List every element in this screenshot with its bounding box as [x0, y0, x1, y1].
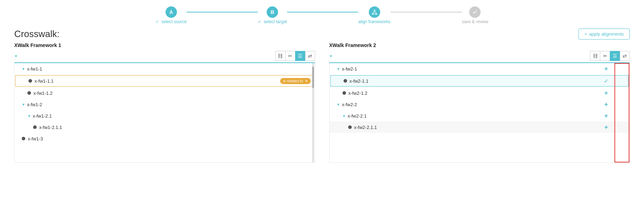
- fw2-swap-btn[interactable]: ⇄: [620, 51, 630, 61]
- apply-alignments-button[interactable]: + apply alignments: [578, 29, 630, 40]
- frameworks-row: XWalk Framework 1 ⛓ ✂ ☰ ⇄ x-fw1-1 x-fw1-…: [0, 42, 644, 163]
- fw2-2.1.1-dot: [348, 125, 352, 129]
- header-row: Crosswalk: + apply alignments: [0, 27, 644, 42]
- tree-item-fw1-1[interactable]: x-fw1-1: [15, 63, 315, 74]
- fw2-1-expand[interactable]: [337, 67, 340, 71]
- step-c-label: align frameworks: [358, 19, 391, 24]
- fw2-1.2-dot: [342, 91, 346, 95]
- tree-item-fw1-2.1[interactable]: x-fw1-2.1: [15, 110, 315, 121]
- fw1-2.1-expand[interactable]: [27, 114, 31, 118]
- fw2-2.1-add-btn[interactable]: +: [603, 112, 609, 120]
- fw2-2-label: x-fw2-2: [342, 102, 603, 107]
- step-a-circle: A: [166, 6, 177, 18]
- fw2-2.1-label: x-fw2-2.1: [347, 113, 603, 119]
- tree-item-fw1-2.1.1[interactable]: x-fw1-2.1.1: [15, 121, 315, 133]
- align-icon: [371, 9, 378, 15]
- fw2-2-add-btn[interactable]: +: [603, 101, 609, 108]
- fw2-2.1.1-add-btn[interactable]: +: [603, 124, 609, 131]
- fw1-1.1-relation-badge[interactable]: is related to ✕: [280, 78, 311, 84]
- wizard-step-d[interactable]: save & review: [462, 6, 488, 24]
- step-b-label: ✓ select target: [258, 19, 287, 24]
- framework2-title: XWalk Framework 2: [329, 42, 630, 48]
- fw2-1-label: x-fw2-1: [342, 66, 603, 72]
- page-title: Crosswalk:: [14, 29, 59, 40]
- fw1-text-btn[interactable]: ☰: [295, 51, 305, 61]
- fw1-1.1-dot: [28, 79, 32, 83]
- fw2-link-btn[interactable]: ⛓: [590, 51, 600, 61]
- step-a-check: ✓: [156, 19, 159, 24]
- framework2-tree: x-fw2-1 + x-fw2-1.1 ✓ x-fw2-1.2 + x-fw2-…: [329, 63, 630, 163]
- framework1-title: XWalk Framework 1: [14, 42, 315, 48]
- wizard-step-c[interactable]: align frameworks: [358, 6, 391, 24]
- wizard-step-a[interactable]: A ✓ select source: [156, 6, 187, 24]
- wizard-line-ab: [187, 12, 258, 12]
- tree-item-fw2-1[interactable]: x-fw2-1 +: [330, 63, 630, 74]
- step-b-circle: B: [267, 6, 278, 18]
- framework2-toolbar: ⛓ ✂ ☰ ⇄: [329, 51, 630, 63]
- framework1-tree: x-fw1-1 x-fw1-1.1 is related to ✕ x-fw1-…: [14, 63, 315, 163]
- framework2-panel: XWalk Framework 2 ⛓ ✂ ☰ ⇄ x-fw2-1 + x-fw…: [322, 42, 637, 163]
- fw1-2.1.1-dot: [33, 125, 37, 129]
- fw1-link-btn[interactable]: ⛓: [275, 51, 285, 61]
- fw1-expand-icon[interactable]: [14, 54, 18, 58]
- fw1-1-label: x-fw1-1: [27, 66, 312, 72]
- tree-item-fw1-1.1[interactable]: x-fw1-1.1 is related to ✕: [15, 75, 314, 87]
- fw2-1-add-btn[interactable]: +: [603, 65, 609, 73]
- tree-item-fw1-3[interactable]: x-fw1-3: [15, 133, 315, 144]
- fw1-swap-btn[interactable]: ⇄: [305, 51, 315, 61]
- tree-item-fw1-2[interactable]: x-fw1-2: [15, 99, 315, 110]
- relation-text: is related to: [283, 79, 303, 83]
- fw1-2-label: x-fw1-2: [27, 102, 312, 107]
- framework1-panel: XWalk Framework 1 ⛓ ✂ ☰ ⇄ x-fw1-1 x-fw1-…: [7, 42, 322, 163]
- svg-line-3: [372, 11, 374, 14]
- save-check-icon: [472, 9, 478, 15]
- fw2-scissors-btn[interactable]: ✂: [600, 51, 610, 61]
- fw1-1-expand[interactable]: [22, 67, 25, 71]
- plus-icon: +: [585, 31, 587, 37]
- fw2-2.1.1-label: x-fw2-2.1.1: [354, 125, 603, 130]
- wizard-step-b[interactable]: B ✓ select target: [258, 6, 287, 24]
- fw1-scissors-btn[interactable]: ✂: [285, 51, 295, 61]
- fw1-scroll-thumb: [312, 67, 314, 88]
- svg-point-0: [374, 10, 375, 11]
- fw1-3-dot: [22, 137, 25, 140]
- fw2-1.2-add-btn[interactable]: +: [603, 89, 609, 97]
- tree-item-fw2-2.1[interactable]: x-fw2-2.1 +: [330, 110, 630, 121]
- step-d-label: save & review: [462, 19, 488, 24]
- svg-line-4: [375, 11, 376, 14]
- fw2-2-expand[interactable]: [337, 103, 340, 107]
- wizard-line-bc: [287, 12, 358, 12]
- wizard-steps: A ✓ select source B ✓ select target alig…: [0, 0, 644, 27]
- fw2-1.1-check-btn[interactable]: ✓: [604, 78, 608, 84]
- fw1-2.1-label: x-fw1-2.1: [33, 113, 312, 119]
- step-c-circle: [369, 6, 380, 18]
- fw2-1.2-label: x-fw2-1.2: [349, 90, 603, 96]
- step-d-circle: [469, 6, 481, 18]
- step-a-label: ✓ select source: [156, 19, 187, 24]
- step-b-check: ✓: [258, 19, 261, 24]
- fw2-text-btn[interactable]: ☰: [610, 51, 620, 61]
- fw1-scrollbar[interactable]: [312, 63, 314, 162]
- wizard-line-cd: [391, 12, 462, 12]
- fw1-1.1-label: x-fw1-1.1: [35, 78, 280, 84]
- relation-close-btn[interactable]: ✕: [305, 79, 308, 83]
- fw2-expand-icon[interactable]: [329, 54, 333, 58]
- tree-item-fw2-1.2[interactable]: x-fw2-1.2 +: [330, 87, 630, 99]
- tree-item-fw2-2.1.1[interactable]: x-fw2-2.1.1 +: [330, 121, 630, 133]
- fw2-1.1-label: x-fw2-1.1: [350, 78, 604, 84]
- fw1-1.2-label: x-fw1-1.2: [33, 90, 312, 96]
- tree-item-fw2-2[interactable]: x-fw2-2 +: [330, 99, 630, 110]
- tree-item-fw2-1.1[interactable]: x-fw2-1.1 ✓: [330, 75, 629, 87]
- fw2-1.1-dot: [344, 79, 347, 83]
- fw1-3-label: x-fw1-3: [28, 136, 312, 141]
- fw1-1.2-dot: [27, 91, 31, 95]
- apply-btn-label: apply alignments: [589, 31, 624, 37]
- fw1-2.1.1-label: x-fw1-2.1.1: [39, 125, 312, 130]
- tree-item-fw1-1.2[interactable]: x-fw1-1.2: [15, 87, 315, 99]
- framework1-toolbar: ⛓ ✂ ☰ ⇄: [14, 51, 315, 63]
- fw2-2.1-expand[interactable]: [342, 114, 346, 118]
- fw1-2-expand[interactable]: [22, 103, 25, 107]
